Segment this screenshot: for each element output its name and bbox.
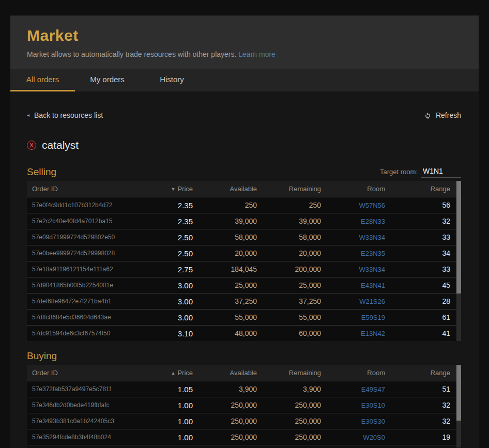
- resource-header: X catalyst: [27, 138, 461, 152]
- col-price[interactable]: ▲Price: [141, 369, 193, 377]
- table-row: 57e372fab537a9497e5c781f 1.05 3,900 3,90…: [27, 381, 461, 397]
- room-cell: E30S10: [321, 400, 385, 410]
- order-id-cell: 57e18a91196121154e111a62: [27, 266, 141, 273]
- room-link[interactable]: W57N56: [359, 202, 385, 209]
- buying-heading: Buying: [27, 350, 57, 362]
- price-cell: 3.00: [141, 313, 193, 322]
- target-room-group: Target room:: [380, 167, 461, 178]
- market-page: Market Market allows to automatically tr…: [0, 0, 489, 448]
- col-order-id: Order ID: [27, 369, 141, 377]
- price-cell: 1.00: [141, 401, 193, 410]
- room-cell: E23N35: [321, 249, 385, 258]
- remaining-cell: 58,000: [257, 233, 321, 241]
- refresh-button[interactable]: Refresh: [424, 111, 461, 119]
- range-cell: 33: [385, 233, 461, 241]
- masthead: Market Market allows to automatically tr…: [10, 16, 479, 69]
- subtitle-text: Market allows to automatically trade res…: [27, 50, 236, 58]
- order-id-cell: 57e35294fcde8b3b4f48b024: [27, 434, 141, 441]
- col-room: Room: [321, 185, 385, 193]
- selling-scrollbar: [456, 181, 461, 341]
- room-link[interactable]: W21S26: [359, 298, 385, 305]
- tabbar: All orders My orders History: [10, 69, 479, 91]
- remaining-cell: 250,000: [257, 433, 321, 441]
- scrollbar-thumb[interactable]: [456, 181, 461, 293]
- available-cell: 3,900: [193, 385, 257, 393]
- order-id-cell: 57dffc8684e5d36604d643ae: [27, 314, 141, 321]
- scrollbar-thumb[interactable]: [456, 365, 461, 421]
- price-cell: 2.75: [141, 265, 193, 274]
- room-link[interactable]: E59S19: [361, 314, 385, 321]
- available-cell: 58,000: [193, 233, 257, 241]
- price-cell: 2.35: [141, 217, 193, 226]
- room-cell: W57N56: [321, 200, 385, 210]
- range-cell: 56: [385, 201, 461, 209]
- range-cell: 45: [385, 281, 461, 289]
- room-link[interactable]: E30S10: [361, 401, 385, 409]
- tab-history[interactable]: History: [140, 69, 204, 91]
- room-link[interactable]: E49S47: [361, 385, 385, 393]
- remaining-cell: 3,900: [257, 385, 321, 393]
- available-cell: 250,000: [193, 417, 257, 425]
- table-row: 57e09d71999724d529802e50 2.50 58,000 58,…: [27, 229, 461, 245]
- room-cell: E59S19: [321, 313, 385, 322]
- content: ◂ Back to resources list Refresh X catal…: [10, 110, 479, 447]
- col-remaining: Remaining: [257, 369, 321, 377]
- col-range: Range: [385, 369, 461, 377]
- table-row: 57e18a91196121154e111a62 2.75 184,045 20…: [27, 261, 461, 277]
- remaining-cell: 200,000: [257, 265, 321, 273]
- remaining-cell: 250,000: [257, 401, 321, 409]
- available-cell: 250,000: [193, 433, 257, 441]
- range-cell: 61: [385, 313, 461, 321]
- remaining-cell: 37,250: [257, 297, 321, 305]
- col-price[interactable]: ▼Price: [141, 185, 193, 193]
- buying-scrollbar: [456, 365, 461, 447]
- back-arrow-icon: ◂: [27, 113, 29, 118]
- table-row: 57dffc8684e5d36604d643ae 3.00 55,000 55,…: [27, 309, 461, 325]
- range-cell: 19: [385, 433, 461, 441]
- room-link[interactable]: W33N34: [359, 234, 385, 241]
- room-link[interactable]: E28N33: [361, 218, 385, 225]
- table-row: 57e3493b381c0a1b242405c3 1.00 250,000 25…: [27, 413, 461, 429]
- tab-all-orders[interactable]: All orders: [10, 69, 75, 91]
- available-cell: 184,045: [193, 265, 257, 273]
- buying-table: Order ID ▲Price Available Remaining Room…: [27, 365, 461, 447]
- tab-my-orders[interactable]: My orders: [75, 69, 140, 91]
- price-cell: 1.05: [141, 385, 193, 394]
- price-cell: 3.00: [141, 281, 193, 290]
- available-cell: 250: [193, 201, 257, 209]
- table-row: 57def68e96472e7f271ba4b1 3.00 37,250 37,…: [27, 293, 461, 309]
- room-cell: E49S47: [321, 384, 385, 394]
- remaining-cell: 20,000: [257, 249, 321, 257]
- available-cell: 39,000: [193, 217, 257, 225]
- room-cell: E43N41: [321, 281, 385, 290]
- col-available: Available: [193, 369, 257, 377]
- order-id-cell: 57e346db2d0bede419fbfafc: [27, 401, 141, 409]
- room-link[interactable]: E43N41: [361, 282, 385, 289]
- room-link[interactable]: E13N42: [361, 330, 385, 337]
- room-link[interactable]: E23N35: [361, 250, 385, 257]
- room-cell: E30S30: [321, 416, 385, 426]
- range-cell: 33: [385, 265, 461, 273]
- target-room-input[interactable]: [421, 167, 461, 178]
- selling-table-header: Order ID ▼Price Available Remaining Room…: [27, 181, 461, 197]
- col-available: Available: [193, 185, 257, 193]
- price-cell: 3.10: [141, 329, 193, 338]
- price-cell: 3.00: [141, 297, 193, 306]
- page-subtitle: Market allows to automatically trade res…: [27, 50, 462, 58]
- target-room-label: Target room:: [380, 168, 418, 178]
- room-cell: W20S0: [321, 432, 385, 442]
- table-row: 57d9041865b00f5b2254001e 3.00 25,000 25,…: [27, 277, 461, 293]
- back-to-resources-link[interactable]: ◂ Back to resources list: [27, 111, 103, 119]
- learn-more-link[interactable]: Learn more: [238, 50, 276, 58]
- resource-name: catalyst: [42, 139, 79, 151]
- order-id-cell: 57e09d71999724d529802e50: [27, 234, 141, 241]
- room-link[interactable]: E30S30: [361, 418, 385, 425]
- range-cell: 34: [385, 249, 461, 257]
- col-room: Room: [321, 369, 385, 377]
- room-link[interactable]: W20S0: [363, 434, 385, 441]
- market-panel: Market Market allows to automatically tr…: [10, 16, 479, 448]
- available-cell: 55,000: [193, 313, 257, 321]
- back-label: Back to resources list: [34, 111, 103, 119]
- table-row: 57e2c2c40e40fd4a7012ba15 2.35 39,000 39,…: [27, 213, 461, 229]
- room-link[interactable]: W33N34: [359, 266, 385, 273]
